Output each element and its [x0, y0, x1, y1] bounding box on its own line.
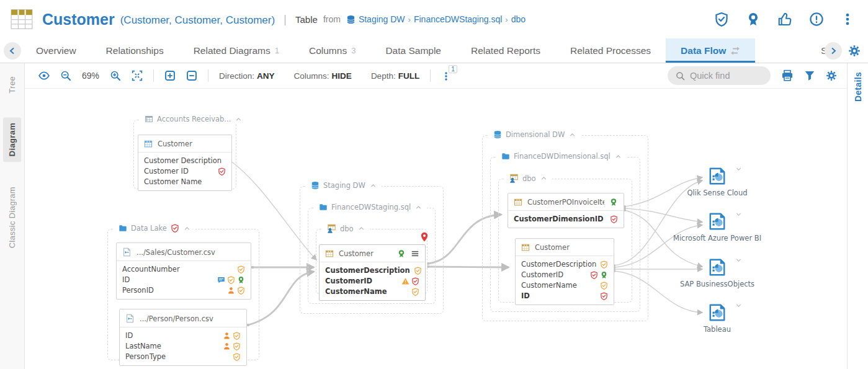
node-header[interactable]: Customer: [516, 239, 614, 256]
shield-check-icon: [411, 288, 419, 296]
quick-find-box[interactable]: [668, 66, 771, 85]
column-row[interactable]: LastName: [125, 342, 241, 350]
node-header[interactable]: CustomerPOInvoiceItem: [508, 193, 624, 211]
group-header-financedwdimensional-sql[interactable]: FinanceDWDimensional.sql: [497, 152, 627, 161]
chevron-down-icon[interactable]: [735, 210, 743, 218]
column-row[interactable]: ID: [125, 331, 241, 340]
column-row[interactable]: CustomerID: [521, 270, 608, 279]
print-icon[interactable]: [781, 69, 794, 82]
chevron-up-icon[interactable]: [614, 153, 622, 161]
bi-node-qlik-sense-cloud[interactable]: Qlik Sense Cloud: [671, 167, 764, 197]
csv-file-icon: [122, 247, 132, 257]
tab-related-processes[interactable]: Related Processes: [555, 38, 666, 63]
direction-setting[interactable]: Direction:ANY: [219, 71, 275, 81]
node-title: CustomerPOInvoiceItem: [527, 198, 604, 207]
award-icon[interactable]: [746, 12, 761, 27]
data-flow-canvas[interactable]: Accounts Receivab... Data Lake Staging D…: [25, 89, 847, 369]
shield-check-icon: [233, 342, 241, 350]
chevron-up-icon[interactable]: [540, 174, 548, 182]
chevron-up-icon[interactable]: [568, 131, 576, 139]
tab-overview[interactable]: Overview: [21, 38, 91, 63]
node-header[interactable]: Customer: [320, 245, 425, 262]
bi-node-microsoft-azure-power-bi[interactable]: Microsoft Azure Power BI: [671, 212, 764, 242]
chevron-down-icon[interactable]: [735, 301, 743, 309]
gear-icon[interactable]: [826, 70, 837, 81]
depth-setting[interactable]: Depth:FULL: [371, 71, 419, 81]
bi-node-sap-businessobjects[interactable]: SAP BusinessObjects: [671, 258, 764, 288]
quick-find-input[interactable]: [690, 71, 763, 81]
eye-icon[interactable]: [38, 70, 50, 81]
table-node-staging-customer[interactable]: Customer CustomerDescription CustomerID …: [319, 244, 426, 301]
more-options-button[interactable]: 1: [441, 70, 451, 81]
column-row[interactable]: Customer Description: [144, 156, 226, 165]
bi-node-tableau[interactable]: Tableau: [671, 303, 764, 334]
breadcrumb-item-script[interactable]: FinanceDWStaging.sql: [414, 14, 502, 24]
rail-item-diagram[interactable]: Diagram: [3, 117, 21, 162]
report-icon: [708, 258, 727, 277]
collapse-all-icon[interactable]: [186, 70, 197, 81]
node-menu-icon[interactable]: [411, 249, 419, 258]
column-row[interactable]: CustomerDescription: [325, 266, 419, 275]
column-row[interactable]: ID: [521, 291, 608, 300]
tab-data-flow[interactable]: Data Flow: [666, 38, 755, 63]
node-header[interactable]: .../Sales/Customer.csv: [117, 243, 251, 261]
table-node-customer-po-invoice-item[interactable]: CustomerPOInvoiceItem CustomerDimensionI…: [508, 193, 624, 228]
rail-item-classic-diagram[interactable]: Classic Diagram: [3, 181, 21, 254]
alert-circle-icon[interactable]: [809, 12, 824, 27]
tab-related-reports[interactable]: Related Reports: [456, 38, 555, 63]
tab-data-sample[interactable]: Data Sample: [370, 38, 456, 63]
column-row[interactable]: PersonID: [122, 286, 245, 295]
node-header[interactable]: .../Person/Person.csv: [120, 309, 246, 327]
column-row[interactable]: ID: [122, 275, 245, 284]
group-header-dimensional-dw[interactable]: Dimensional DW: [489, 130, 581, 139]
column-row[interactable]: CustomerDescription: [521, 260, 608, 269]
column-row[interactable]: AccountNumber: [122, 265, 245, 273]
tabs-scroll-right-button[interactable]: [825, 42, 842, 60]
columns-setting[interactable]: Columns:HIDE: [294, 71, 352, 81]
group-header-dimensional-dbo[interactable]: dbo: [505, 174, 552, 183]
tabs-scroll-left-button[interactable]: [4, 42, 21, 60]
chevron-up-icon[interactable]: [357, 225, 365, 233]
tab-related-diagrams[interactable]: Related Diagrams1: [179, 38, 294, 63]
column-row[interactable]: CustomerDimensionID: [514, 215, 618, 223]
thumbs-up-icon[interactable]: [777, 12, 792, 27]
expand-all-icon[interactable]: [164, 70, 176, 81]
breadcrumb-item-schema[interactable]: dbo: [511, 14, 526, 24]
zoom-in-icon[interactable]: [110, 70, 121, 81]
table-node-ar-customer[interactable]: Customer Customer Description Customer I…: [138, 135, 232, 191]
zoom-level: 69%: [82, 71, 99, 81]
column-row[interactable]: Customer Name: [144, 177, 226, 186]
rail-item-tree[interactable]: Tree: [3, 71, 21, 99]
filter-icon[interactable]: [804, 70, 815, 81]
chevron-right-icon: [828, 46, 838, 56]
column-row[interactable]: Customer ID: [144, 167, 226, 176]
zoom-out-icon[interactable]: [60, 70, 71, 81]
chevron-up-icon[interactable]: [369, 182, 377, 190]
column-row[interactable]: CustomerName: [325, 287, 419, 296]
group-header-data-lake[interactable]: Data Lake: [114, 224, 195, 233]
column-row[interactable]: PersonType: [125, 352, 241, 361]
file-node-sales-customer-csv[interactable]: .../Sales/Customer.csv AccountNumber ID …: [116, 242, 251, 300]
group-header-staging-dbo[interactable]: dbo: [323, 224, 370, 233]
table-node-dimensional-customer[interactable]: Customer CustomerDescription CustomerID …: [515, 238, 614, 305]
more-vertical-icon[interactable]: [841, 12, 854, 26]
fit-screen-icon[interactable]: [132, 70, 143, 81]
shield-check-icon[interactable]: [714, 12, 729, 27]
chevron-down-icon[interactable]: [735, 165, 743, 173]
breadcrumb-item-database[interactable]: Staging DW: [359, 14, 405, 24]
group-header-accounts-receivable[interactable]: Accounts Receivab...: [140, 115, 247, 123]
column-row[interactable]: CustomerName: [521, 281, 608, 290]
tab-relationships[interactable]: Relationships: [91, 38, 179, 63]
chevron-up-icon[interactable]: [414, 203, 423, 211]
rail-item-details[interactable]: Details: [852, 71, 864, 103]
chevron-down-icon[interactable]: [735, 256, 743, 264]
group-header-staging-dw[interactable]: Staging DW: [306, 181, 382, 190]
node-header[interactable]: Customer: [138, 135, 231, 153]
group-header-financedwstaging-sql[interactable]: FinanceDWStaging.sql: [315, 203, 427, 211]
file-node-person-person-csv[interactable]: .../Person/Person.csv ID LastName Person: [119, 309, 247, 366]
chevron-up-icon[interactable]: [235, 115, 243, 123]
gear-icon[interactable]: [848, 45, 861, 57]
tab-columns[interactable]: Columns3: [294, 38, 370, 63]
column-row[interactable]: CustomerID: [325, 277, 419, 285]
chevron-up-icon[interactable]: [183, 225, 191, 233]
